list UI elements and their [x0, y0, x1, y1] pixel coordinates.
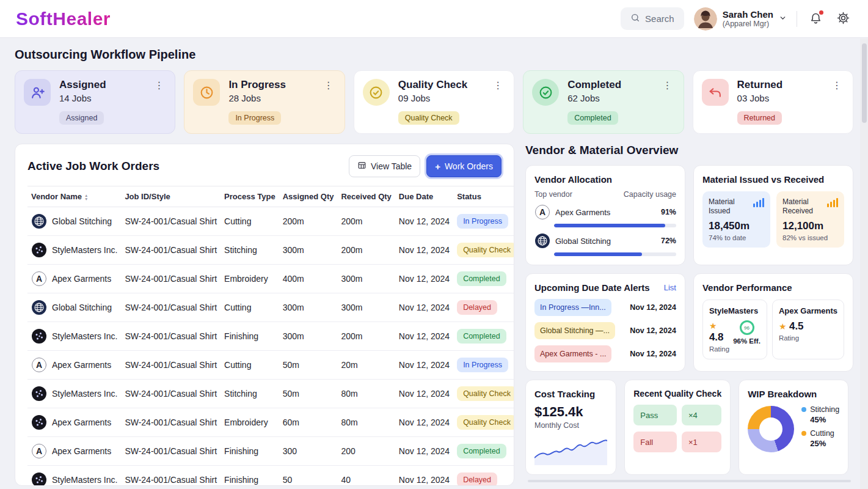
monthly-cost-label: Monthly Cost: [534, 421, 607, 430]
gear-icon: [837, 12, 850, 26]
pipeline-card-returned: Returned03 Jobs⋮Returned: [693, 70, 853, 134]
pipeline-card-badge: Returned: [737, 111, 782, 125]
kebab-menu-icon[interactable]: ⋮: [659, 78, 676, 92]
rating-value: 4.8: [709, 331, 724, 343]
table-row[interactable]: StyleMasters Inc.SW-24-001/Casual ShirtS…: [27, 236, 514, 265]
vendor-stylemasters-icon: [31, 414, 47, 430]
active-job-work-orders-card: Active Job Work Orders View Table + Work…: [15, 144, 514, 486]
vendor-globe-icon: [31, 300, 47, 315]
table-row[interactable]: StyleMasters Inc.SW-24-001/Casual ShirtF…: [27, 322, 514, 351]
received-qty: 300m: [337, 293, 395, 322]
vendor-name: Global Stitching: [52, 303, 112, 312]
kebab-menu-icon[interactable]: ⋮: [489, 78, 506, 92]
pipeline-card-count: 62 Jobs: [567, 93, 621, 103]
allocation-labels: Top vendor Capacity usage: [534, 190, 676, 199]
table-row[interactable]: Global StitchingSW-24-001/Casual ShirtCu…: [27, 207, 514, 236]
job-id: SW-24-001/Casual Shirt: [121, 351, 221, 380]
overview-row-2: Upcoming Due Date Alerts List In Progres…: [525, 273, 853, 372]
bar-chart-icon: [753, 197, 764, 207]
status-badge: Quality Check: [457, 243, 514, 257]
job-id: SW-24-001/Casual Shirt: [121, 207, 221, 236]
app-logo[interactable]: SoftHealer: [16, 9, 111, 29]
alert-pill[interactable]: In Progress —Inn...: [534, 299, 611, 316]
column-vendor-name[interactable]: Vendor Name▲▼: [27, 186, 121, 207]
horizontal-scrollbar[interactable]: [528, 480, 851, 482]
navbar: SoftHealer Search Sarah Chen (Apparel Mg…: [0, 0, 868, 38]
settings-button[interactable]: [834, 9, 852, 29]
user-plus-icon: [24, 79, 51, 106]
work-orders-table: Vendor Name▲▼ Job ID/Style Process Type …: [27, 186, 514, 486]
vendor-globe-icon: [31, 213, 47, 229]
vendor-name: StyleMasters Inc.: [52, 331, 117, 341]
plus-icon: +: [435, 161, 440, 172]
received-qty: 200: [337, 437, 395, 466]
wip-legend: Stitching45%Cutting25%: [801, 405, 839, 453]
overview-title: Vendor & Material Overview: [525, 144, 853, 157]
process-type: Finishing: [221, 466, 279, 487]
alert-pill[interactable]: Apex Garments - ...: [534, 345, 611, 362]
chevron-down-icon[interactable]: [779, 13, 787, 24]
table-row[interactable]: AApex GarmentsSW-24-001/Casual ShirtEmbr…: [27, 265, 514, 293]
assigned-qty: 60m: [279, 408, 338, 437]
user-menu[interactable]: Sarah Chen (Apparel Mgr): [694, 7, 787, 31]
notification-dot: [819, 10, 823, 15]
quality-count: ×1: [682, 432, 721, 452]
search-input[interactable]: Search: [621, 7, 684, 30]
job-id: SW-24-001/Casual Shirt: [121, 466, 221, 487]
sort-icon[interactable]: ▲▼: [84, 194, 88, 201]
scrollbar-thumb[interactable]: [862, 43, 867, 123]
received-qty: 80m: [337, 408, 395, 437]
process-type: Embroidery: [221, 408, 279, 437]
status-badge: Completed: [457, 444, 506, 458]
due-date: Nov 12, 2024: [395, 293, 453, 322]
add-work-orders-button[interactable]: + Work Orders: [426, 155, 501, 177]
pipeline-card-title: In Progress: [228, 79, 286, 91]
table-row[interactable]: Global StitchingSW-24-001/Casual ShirtCu…: [27, 293, 514, 322]
notifications-button[interactable]: [807, 9, 825, 29]
status-badge: In Progress: [457, 214, 508, 229]
table-row[interactable]: AApex GarmentsSW-24-001/Casual ShirtCutt…: [27, 351, 514, 380]
vendor-stylemasters-icon: [31, 386, 47, 402]
assigned-qty: 300: [279, 437, 338, 466]
cost-tracking-title: Cost Tracking: [534, 389, 607, 399]
vendor-allocation-card: Vendor Allocation Top vendor Capacity us…: [525, 165, 685, 265]
vendor-name: Apex Garments: [52, 274, 111, 284]
vendor-stylemasters-icon: [31, 242, 47, 258]
due-date: Nov 12, 2024: [395, 322, 453, 351]
job-id: SW-24-001/Casual Shirt: [121, 265, 221, 293]
rating-col: ★ 4.5Rating: [779, 320, 804, 342]
recent-quality-check-card: Recent Quality Check Pass×4Fall×1: [624, 380, 731, 475]
table-row[interactable]: StyleMasters Inc.SW-24-001/Casual ShirtF…: [27, 466, 514, 487]
kebab-menu-icon[interactable]: ⋮: [828, 78, 845, 92]
table-row[interactable]: StyleMasters Inc.SW-24-001/Casual ShirtS…: [27, 380, 514, 408]
column-due-date: Due Date: [395, 186, 453, 207]
quality-row-pass: Pass×4: [633, 405, 721, 425]
alerts-list-link[interactable]: List: [664, 283, 676, 292]
alert-pill[interactable]: Global Stitching —...: [534, 322, 615, 339]
table-row[interactable]: Apex GarmentsSW-24-001/Casual ShirtEmbro…: [27, 408, 514, 437]
legend-item-stitching: Stitching45%: [801, 405, 839, 424]
check-circle-green-icon: [532, 79, 559, 106]
received-qty: 80m: [337, 380, 395, 408]
orders-title: Active Job Work Orders: [27, 160, 159, 173]
pipeline-card-completed: Completed62 Jobs⋮Completed: [523, 70, 684, 134]
vendor-name: Apex Garments: [52, 417, 111, 427]
vendor-material-overview: Vendor & Material Overview Vendor Alloca…: [525, 144, 853, 482]
kebab-menu-icon[interactable]: ⋮: [320, 78, 337, 92]
received-qty: 20m: [337, 351, 395, 380]
material-issued-value: 18,450m: [709, 220, 764, 232]
material-issued-sub: 74% to date: [709, 234, 764, 241]
view-table-button[interactable]: View Table: [349, 155, 420, 177]
vertical-scrollbar[interactable]: [860, 39, 868, 489]
kebab-menu-icon[interactable]: ⋮: [150, 78, 167, 92]
process-type: Finishing: [221, 322, 279, 351]
assigned-qty: 50m: [279, 380, 338, 408]
table-row[interactable]: AApex GarmentsSW-24-001/Casual ShirtFini…: [27, 437, 514, 466]
allocation-vendor-name: Global Stitching: [555, 237, 656, 246]
assigned-qty: 50m: [279, 351, 338, 380]
alert-date: Nov 12, 2024: [630, 303, 676, 312]
table-icon: [357, 161, 367, 172]
allocation-vendor-name: Apex Garments: [555, 208, 656, 217]
alert-item: Apex Garments - ...Nov 12, 2024: [534, 345, 676, 362]
vendor-performance-title: Vendor Performance: [702, 282, 844, 293]
